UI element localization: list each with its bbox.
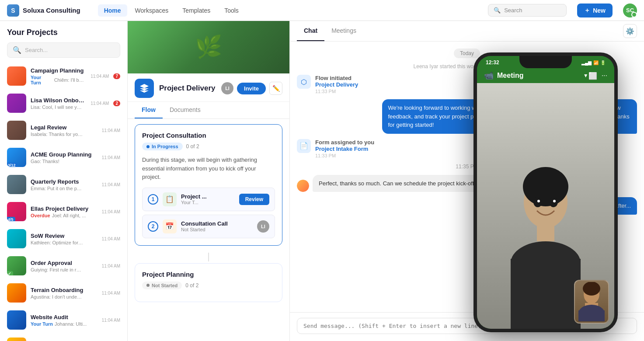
- nav-tools[interactable]: Tools: [218, 4, 245, 17]
- project-thumb: [7, 175, 26, 194]
- project-sub: Kathleen: Optimize for se...: [31, 240, 97, 245]
- project-preview: Guiying: First rule in road...: [31, 267, 83, 272]
- svg-rect-1: [537, 224, 554, 241]
- search-icon: 🔍: [494, 7, 501, 14]
- task-details-1: Project ... Your T...: [181, 193, 235, 205]
- new-button[interactable]: ＋ New: [577, 3, 613, 17]
- project-thumb: [7, 229, 26, 248]
- stage-count-1: 0 of 2: [186, 143, 199, 150]
- project-preview: Kathleen: Optimize for se...: [31, 240, 83, 245]
- project-preview: Agustina: I don't underst...: [31, 294, 83, 299]
- project-item[interactable]: Lisa Wilson Onboarding Lisa: Cool, I wil…: [3, 90, 124, 116]
- chat-settings-button[interactable]: ⚙️: [623, 24, 637, 38]
- pip-person-svg: [576, 282, 607, 321]
- status-pill-2: Not Started: [142, 282, 182, 289]
- sidebar-search-input[interactable]: [25, 47, 115, 53]
- tab-chat[interactable]: Chat: [297, 21, 324, 41]
- project-item[interactable]: Annual Planning Erik: Does this make sen…: [3, 334, 124, 341]
- more-icon[interactable]: ···: [602, 72, 607, 80]
- meeting-header: 📹 Meeting ▼ ⬜ ···: [477, 67, 614, 83]
- stage-count-2: 0 of 2: [185, 282, 198, 289]
- svg-point-13: [583, 282, 600, 296]
- copy-icon[interactable]: ⬜: [588, 72, 597, 80]
- svg-point-4: [523, 167, 568, 206]
- project-time: 11:04 AM: [102, 182, 120, 187]
- project-item[interactable]: ✓ Order Approval Guiying: First rule in …: [3, 253, 124, 279]
- project-sub: Lisa: Cool, I will see you...: [31, 104, 86, 110]
- tab-meetings[interactable]: Meetings: [324, 21, 363, 41]
- task-item-2: 2 📅 Consultation Call Not Started LI: [142, 215, 275, 238]
- project-cover: [128, 21, 289, 73]
- tab-documents[interactable]: Documents: [163, 102, 208, 118]
- project-thumb: 3/12: [7, 148, 26, 167]
- project-info: Lisa Wilson Onboarding Lisa: Cool, I wil…: [31, 97, 86, 110]
- project-info: SoW Review Kathleen: Optimize for se...: [31, 233, 97, 245]
- project-item[interactable]: 4/5 Ellas Project Delivery Overdue Joel:…: [3, 198, 124, 225]
- form-icon: 📄: [297, 139, 311, 153]
- project-sub: Your Turn Johanna: Ulti...: [31, 321, 97, 327]
- project-item[interactable]: Quarterly Reports Emma: Put it on the pa…: [3, 171, 124, 198]
- project-item[interactable]: 3/12 ACME Group Planning Gao: Thanks! 11…: [3, 144, 124, 170]
- stage-desc-1: During this stage, we will begin with ga…: [142, 156, 275, 181]
- edit-button[interactable]: ✏️: [269, 82, 282, 95]
- global-search[interactable]: 🔍 Search: [488, 4, 567, 17]
- project-title-area: Project Delivery: [159, 84, 216, 93]
- project-preview: Chiêm: I'll be ...: [54, 77, 87, 83]
- date-pill: Today: [454, 49, 480, 58]
- project-item[interactable]: Website Audit Your Turn Johanna: Ulti...…: [3, 307, 124, 333]
- stage-card-1: Project Consultation In Progress 0 of 2 …: [135, 124, 282, 246]
- project-name: Legal Review: [31, 124, 97, 131]
- project-info: Quarterly Reports Emma: Put it on the pa…: [31, 178, 97, 191]
- project-time: 11:04 AM: [102, 264, 120, 268]
- task-icon-1: 📋: [163, 192, 177, 206]
- stage-card-2: Project Planning Not Started 0 of 2: [135, 263, 282, 302]
- status-pill-1: In Progress: [142, 143, 183, 150]
- project-sub: Guiying: First rule in road...: [31, 267, 97, 272]
- task-name-2: Consultation Call: [181, 220, 253, 227]
- project-thumb: [7, 310, 26, 330]
- project-sub: Isabela: Thanks for your ...: [31, 132, 97, 137]
- project-name: ACME Group Planning: [31, 151, 97, 158]
- task-name-1: Project ...: [181, 193, 235, 200]
- flow-icon: ⬡: [297, 75, 311, 89]
- status-dot: [146, 145, 150, 148]
- task-assignee-1: Your T...: [181, 200, 235, 205]
- avatar-img: [297, 180, 309, 192]
- project-item[interactable]: Terrain Onboarding Agustina: I don't und…: [3, 280, 124, 306]
- pip-person: [575, 281, 608, 323]
- project-thumb: [7, 121, 26, 140]
- user-avatar[interactable]: SC: [623, 3, 637, 17]
- project-actions: LI Invite ✏️: [221, 82, 282, 95]
- project-name: Order Approval: [31, 260, 97, 266]
- nav-workspaces[interactable]: Workspaces: [129, 4, 175, 17]
- review-button[interactable]: Review: [239, 194, 269, 205]
- tab-flow[interactable]: Flow: [135, 102, 163, 118]
- project-info: Order Approval Guiying: First rule in ro…: [31, 260, 97, 272]
- project-item[interactable]: Campaign Planning Your Turn Chiêm: I'll …: [3, 63, 124, 89]
- signal-icon: ▂▄▆: [581, 60, 592, 65]
- sidebar-search-container[interactable]: 🔍: [7, 42, 120, 58]
- project-item[interactable]: SoW Review Kathleen: Optimize for se... …: [3, 226, 124, 252]
- search-icon: 🔍: [13, 46, 21, 54]
- project-body: Project Consultation In Progress 0 of 2 …: [128, 119, 289, 341]
- project-header: Project Delivery LI Invite ✏️: [128, 73, 289, 102]
- project-time: 11:04 AM: [102, 318, 120, 323]
- project-item[interactable]: Legal Review Isabela: Thanks for your ..…: [3, 117, 124, 143]
- battery-icon: 🔋: [600, 60, 606, 65]
- svg-rect-3: [511, 259, 581, 329]
- stage-title-2: Project Planning: [142, 271, 275, 278]
- meeting-dropdown-icon[interactable]: ▼: [583, 73, 588, 79]
- nav-home[interactable]: Home: [98, 4, 127, 17]
- project-preview: Joel: All right, ...: [52, 213, 86, 218]
- meeting-title: Meeting: [497, 72, 582, 80]
- invite-button[interactable]: Invite: [237, 83, 266, 94]
- svg-point-7: [537, 200, 540, 202]
- nav-templates[interactable]: Templates: [176, 4, 216, 17]
- nav-links: Home Workspaces Templates Tools: [98, 4, 245, 17]
- project-list: Campaign Planning Your Turn Chiêm: I'll …: [0, 61, 127, 341]
- project-thumb: 4/5: [7, 202, 26, 221]
- task-num-2: 2: [148, 221, 158, 232]
- incoming-avatar: [297, 180, 309, 192]
- project-preview: Emma: Put it on the parki...: [31, 186, 83, 191]
- app-logo[interactable]: S Soluxa Consulting: [7, 4, 80, 17]
